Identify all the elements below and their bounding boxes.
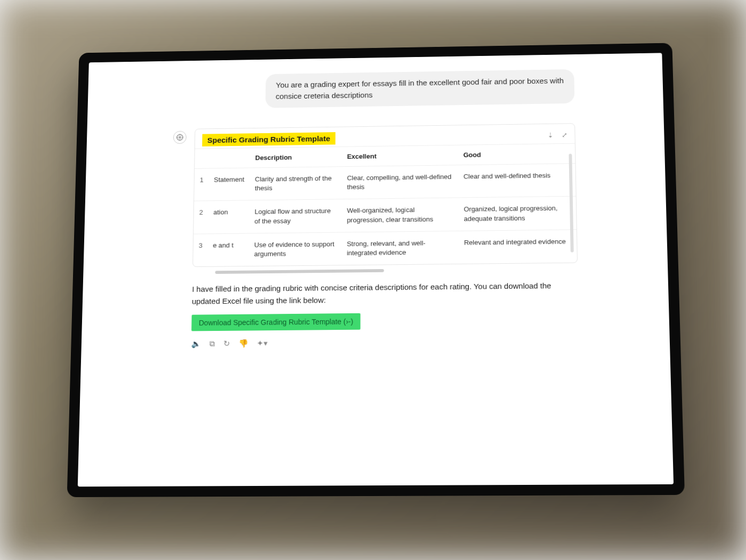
chat-container: You are a grading expert for essays fill… xyxy=(169,69,579,349)
horizontal-scrollbar[interactable] xyxy=(215,269,384,274)
rubric-card-actions: ⇣ ⤢ xyxy=(548,131,567,139)
row-good: Relevant and integrated evidence xyxy=(459,230,577,264)
row-num: 2 xyxy=(193,201,208,234)
more-icon[interactable]: ✦▾ xyxy=(257,339,268,348)
assistant-avatar-icon xyxy=(173,131,186,144)
copy-icon[interactable]: ⧉ xyxy=(209,339,215,348)
user-message-text: You are a grading expert for essays fill… xyxy=(275,76,564,100)
speaker-icon[interactable]: 🔈 xyxy=(191,339,201,348)
assistant-message: Specific Grading Rubric Template ⇣ ⤢ xyxy=(169,123,579,348)
download-icon[interactable]: ⇣ xyxy=(548,132,554,139)
row-good: Clear and well-defined thesis xyxy=(458,164,576,198)
message-actions: 🔈 ⧉ ↻ 👎 ✦▾ xyxy=(191,336,579,348)
row-criterion: Statement xyxy=(208,168,250,201)
download-link[interactable]: Download Specific Grading Rubric Templat… xyxy=(191,313,360,331)
assistant-reply-text: I have filled in the grading rubric with… xyxy=(192,279,578,307)
row-criterion: e and t xyxy=(207,233,249,266)
table-row: 1 Statement Clarity and strength of the … xyxy=(194,164,575,201)
row-description: Use of evidence to support arguments xyxy=(249,232,342,266)
row-excellent: Well-organized, logical progression, cle… xyxy=(342,198,459,232)
table-row: 2 ation Logical flow and structure of th… xyxy=(193,197,577,234)
thumbs-down-icon[interactable]: 👎 xyxy=(239,339,249,348)
rubric-table: Description Excellent Good 1 Statement C… xyxy=(193,143,577,267)
col-excellent: Excellent xyxy=(342,145,458,166)
row-description: Logical flow and structure of the essay xyxy=(249,199,342,233)
row-num: 3 xyxy=(193,234,208,267)
col-description: Description xyxy=(250,147,342,168)
row-description: Clarity and strength of the thesis xyxy=(249,167,342,201)
expand-icon[interactable]: ⤢ xyxy=(562,131,567,139)
row-excellent: Strong, relevant, and well-integrated ev… xyxy=(342,231,459,265)
assistant-content: Specific Grading Rubric Template ⇣ ⤢ xyxy=(191,123,579,348)
rubric-card: Specific Grading Rubric Template ⇣ ⤢ xyxy=(192,123,578,267)
row-num: 1 xyxy=(194,168,209,201)
laptop-frame: You are a grading expert for essays fill… xyxy=(67,43,685,498)
user-message-bubble: You are a grading expert for essays fill… xyxy=(265,69,574,108)
row-criterion: ation xyxy=(208,200,249,233)
rubric-title: Specific Grading Rubric Template xyxy=(202,132,335,147)
table-row: 3 e and t Use of evidence to support arg… xyxy=(193,230,577,267)
col-good: Good xyxy=(458,143,575,165)
row-good: Organized, logical progression, adequate… xyxy=(458,197,576,231)
app-screen: You are a grading expert for essays fill… xyxy=(78,53,674,486)
regenerate-icon[interactable]: ↻ xyxy=(223,339,230,348)
row-excellent: Clear, compelling, and well-defined thes… xyxy=(342,165,458,199)
